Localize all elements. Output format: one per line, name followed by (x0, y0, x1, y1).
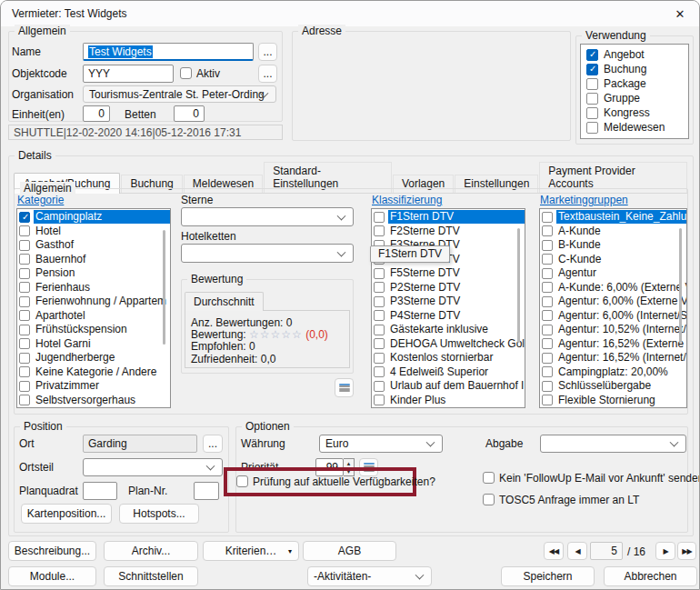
item-checkbox[interactable] (19, 310, 30, 321)
marketinggruppen-item[interactable]: Textbaustein_Keine_Zahlungsi (540, 210, 686, 225)
marketinggruppen-item[interactable]: Campingplatz: 20,00% (540, 365, 686, 380)
nav-next-button[interactable]: ▶ (655, 542, 675, 560)
item-checkbox[interactable] (542, 254, 553, 265)
kartenposition-button[interactable]: Kartenposition... (21, 504, 112, 524)
dropdown-arrow-icon[interactable]: ▾ (288, 547, 292, 555)
kriterien-split-button[interactable]: Kriterien… ▾ (203, 541, 299, 561)
item-checkbox[interactable] (19, 254, 30, 265)
ortsteil-combobox[interactable] (83, 458, 223, 476)
kategorie-item[interactable]: Hotel Garni (17, 337, 170, 352)
item-checkbox[interactable] (374, 395, 385, 405)
item-checkbox[interactable] (374, 296, 385, 307)
speichern-button[interactable]: Speichern (501, 566, 595, 586)
kategorie-item[interactable]: Gasthof (17, 238, 170, 253)
klassifizierung-item[interactable]: Gästekarte inklusive (372, 323, 525, 337)
schnittstellen-button[interactable]: Schnittstellen (104, 566, 198, 586)
kategorie-item[interactable]: Frühstückspension (17, 323, 170, 337)
planquadrat-input[interactable] (83, 482, 117, 500)
kategorie-scrollbar[interactable] (163, 230, 165, 345)
archiv-button[interactable]: Archiv... (104, 541, 198, 561)
item-checkbox[interactable] (542, 338, 553, 349)
verwendung-item[interactable]: Buchung (585, 62, 688, 76)
item-checkbox[interactable] (542, 395, 553, 405)
item-checkbox[interactable] (586, 93, 598, 105)
sterne-combobox[interactable] (181, 207, 354, 226)
ort-ellipsis-button[interactable]: ... (203, 435, 223, 453)
kategorie-item[interactable]: Selbstversorgerhaus (17, 394, 170, 408)
item-checkbox[interactable] (374, 381, 385, 392)
nav-first-button[interactable]: ◀◀ (544, 542, 564, 560)
item-checkbox[interactable] (19, 395, 30, 405)
spin-up-icon[interactable]: ▲ (344, 459, 354, 467)
item-checkbox[interactable] (374, 325, 385, 335)
item-checkbox[interactable] (19, 325, 30, 335)
klassifizierung-item[interactable]: P3Sterne DTV (372, 295, 525, 309)
verwendung-item[interactable]: Meldewesen (585, 120, 688, 135)
item-checkbox[interactable] (19, 268, 30, 279)
klassifizierung-link[interactable]: Klassifizierung (372, 194, 442, 206)
kategorie-item[interactable]: Ferienhaus (17, 281, 170, 295)
marketinggruppen-link[interactable]: Marketinggruppen (540, 194, 628, 206)
item-checkbox[interactable] (374, 212, 385, 223)
item-checkbox[interactable] (19, 212, 30, 223)
item-checkbox[interactable] (586, 107, 598, 119)
kategorie-item[interactable]: Hotel (17, 225, 170, 239)
klassifizierung-item[interactable]: F5Sterne DTV (372, 266, 525, 281)
item-checkbox[interactable] (19, 338, 30, 349)
item-checkbox[interactable] (19, 296, 30, 307)
marketinggruppen-item[interactable]: Flexible Stornierung (540, 394, 686, 408)
kategorie-item[interactable]: Pension (17, 266, 170, 281)
marketinggruppen-item[interactable]: A-Kunde (540, 225, 686, 239)
marketinggruppen-item[interactable]: Agentur: 16,52% (Internet/St (540, 351, 686, 365)
marketinggruppen-item[interactable]: Agentur: 6,00% (Internet/Sta (540, 309, 686, 324)
name-input[interactable]: Test Widgets (83, 43, 254, 61)
organisation-combobox[interactable]: Tourismus-Zentrale St. Peter-Ording (83, 85, 276, 103)
bewertung-list-button[interactable] (335, 378, 354, 397)
klassifizierung-item[interactable]: Kinder Plus (372, 394, 525, 408)
item-checkbox[interactable] (374, 310, 385, 321)
marketinggruppen-item[interactable]: Schlüsselübergabe (540, 379, 686, 394)
close-icon[interactable]: ✕ (668, 5, 692, 24)
item-checkbox[interactable] (542, 282, 553, 293)
verwendung-item[interactable]: Angebot (585, 47, 688, 62)
kategorie-item[interactable]: Keine Kategorie / Andere (17, 365, 170, 380)
item-checkbox[interactable] (542, 325, 553, 335)
kategorie-link[interactable]: Kategorie (17, 194, 64, 206)
item-checkbox[interactable] (374, 268, 385, 279)
marketinggruppen-item[interactable]: Agentur: 16,52% (Externe VK) (540, 337, 686, 352)
verwendung-item[interactable]: Gruppe (585, 91, 688, 105)
kategorie-item[interactable]: Bauernhof (17, 253, 170, 267)
item-checkbox[interactable] (19, 282, 30, 293)
kategorie-item[interactable]: Privatzimmer (17, 379, 170, 394)
klassifizierung-item[interactable]: 4 Edelweiß Superior (372, 365, 525, 380)
marketinggruppen-scrollbar[interactable] (679, 228, 682, 343)
item-checkbox[interactable] (542, 310, 553, 321)
einheiten-input[interactable]: 0 (83, 105, 110, 122)
klassifizierung-item[interactable]: P4Sterne DTV (372, 309, 525, 324)
item-checkbox[interactable] (374, 353, 385, 364)
item-checkbox[interactable] (542, 353, 553, 364)
module-button[interactable]: Module... (8, 566, 96, 586)
marketinggruppen-item[interactable]: C-Kunde (540, 253, 686, 267)
objektcode-input[interactable]: YYY (83, 65, 174, 83)
plannr-input[interactable] (194, 482, 219, 500)
item-checkbox[interactable] (542, 296, 553, 307)
klassifizierung-item[interactable]: F1Stern DTV (372, 210, 525, 225)
item-checkbox[interactable] (374, 338, 385, 349)
hotelketten-combobox[interactable] (181, 244, 354, 263)
item-checkbox[interactable] (374, 366, 385, 377)
nav-page-input[interactable]: 5 (590, 542, 623, 560)
klassifizierung-item[interactable]: Kostenlos stornierbar (372, 351, 525, 365)
kategorie-item[interactable]: Jugendherberge (17, 351, 170, 365)
item-checkbox[interactable] (542, 212, 553, 223)
item-checkbox[interactable] (19, 366, 30, 377)
abbrechen-button[interactable]: Abbrechen (604, 566, 697, 586)
marketinggruppen-item[interactable]: B-Kunde (540, 238, 686, 253)
item-checkbox[interactable] (19, 381, 30, 392)
klassifizierung-item[interactable]: F2Sterne DTV (372, 225, 525, 239)
item-checkbox[interactable] (374, 282, 385, 293)
hotspots-button[interactable]: Hotspots... (119, 504, 199, 524)
marketinggruppen-item[interactable]: A-Kunde: 6,00% (Externe VK) (540, 281, 686, 295)
marketinggruppen-item[interactable]: Agentur: 6,00% (Externe VK) (540, 295, 686, 309)
objektcode-ellipsis-button[interactable]: ... (258, 65, 277, 83)
